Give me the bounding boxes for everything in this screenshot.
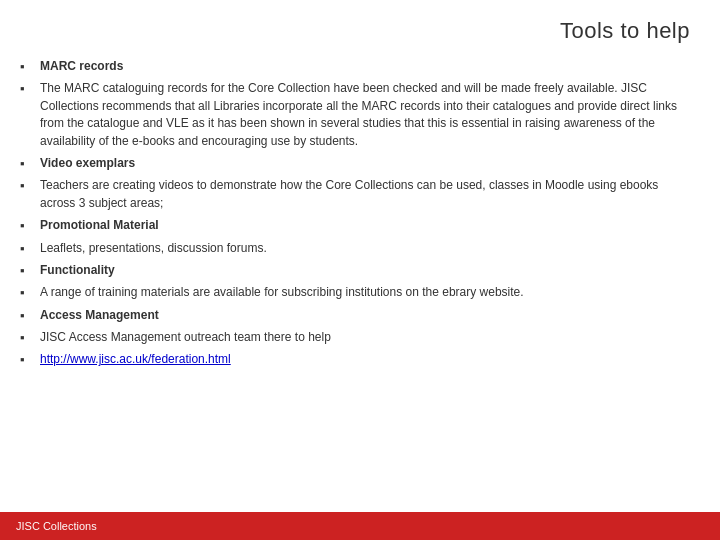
footer: JISC Collections [0,512,720,540]
bullet-item-marc-body: ▪The MARC cataloguing records for the Co… [20,80,690,150]
bullet-text-promo-heading: Promotional Material [40,217,159,234]
link-access-link[interactable]: http://www.jisc.ac.uk/federation.html [40,352,231,366]
bullet-text-video-body: Teachers are creating videos to demonstr… [40,177,690,212]
bullet-icon: ▪ [20,241,36,256]
bullet-text-functionality-heading: Functionality [40,262,115,279]
bullet-icon: ▪ [20,81,36,96]
bullet-icon: ▪ [20,308,36,323]
bullet-text-promo-body: Leaflets, presentations, discussion foru… [40,240,267,257]
bullet-item-access-body: ▪JISC Access Management outreach team th… [20,329,690,346]
bullet-item-video-heading: ▪Video exemplars [20,155,690,172]
bullet-text-access-link[interactable]: http://www.jisc.ac.uk/federation.html [40,351,231,368]
bullet-text-marc-body: The MARC cataloguing records for the Cor… [40,80,690,150]
bullet-text-access-heading: Access Management [40,307,159,324]
bullet-item-marc-heading: ▪MARC records [20,58,690,75]
bullet-icon: ▪ [20,218,36,233]
bullet-item-functionality-body: ▪A range of training materials are avail… [20,284,690,301]
bullet-icon: ▪ [20,263,36,278]
bullet-text-functionality-body: A range of training materials are availa… [40,284,524,301]
bullet-item-video-body: ▪Teachers are creating videos to demonst… [20,177,690,212]
bullet-item-access-heading: ▪Access Management [20,307,690,324]
bullet-text-video-heading: Video exemplars [40,155,135,172]
page-title: Tools to help [0,0,720,54]
footer-text: JISC Collections [16,520,97,532]
bullet-item-promo-body: ▪Leaflets, presentations, discussion for… [20,240,690,257]
bullet-text-marc-heading: MARC records [40,58,123,75]
bullet-icon: ▪ [20,59,36,74]
bullet-text-access-body: JISC Access Management outreach team the… [40,329,331,346]
bullet-icon: ▪ [20,330,36,345]
bullet-icon: ▪ [20,352,36,367]
content-area: ▪MARC records▪The MARC cataloguing recor… [0,54,720,378]
bullet-item-promo-heading: ▪Promotional Material [20,217,690,234]
bullet-icon: ▪ [20,156,36,171]
bullet-icon: ▪ [20,285,36,300]
bullet-icon: ▪ [20,178,36,193]
bullet-item-access-link: ▪http://www.jisc.ac.uk/federation.html [20,351,690,368]
bullet-item-functionality-heading: ▪Functionality [20,262,690,279]
